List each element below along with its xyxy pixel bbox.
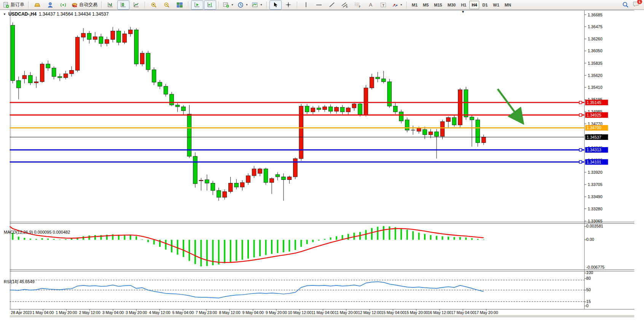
auto-scroll-button[interactable] xyxy=(191,0,203,10)
tile-windows-button[interactable] xyxy=(174,0,186,10)
line-chart-type-button[interactable] xyxy=(130,0,142,10)
vertical-line-tool-button[interactable] xyxy=(300,0,312,10)
svg-text:1.34101: 1.34101 xyxy=(587,160,601,164)
line-handle[interactable] xyxy=(579,101,582,104)
candle xyxy=(87,33,91,39)
chart-area[interactable]: 0.0035810.00-0.006775 1008050150 1.36685… xyxy=(0,10,644,327)
timeframe-mn-button[interactable]: MN xyxy=(502,1,513,9)
time-label: 7 May 23:00 xyxy=(196,311,217,315)
svg-text:1.36475: 1.36475 xyxy=(588,24,603,29)
time-label: 17 May 04:00 xyxy=(451,311,475,315)
candle xyxy=(52,68,56,76)
chart-shift-marker[interactable]: ▼ xyxy=(461,10,465,14)
candle xyxy=(328,107,333,111)
fibonacci-tool-button[interactable]: F xyxy=(352,0,364,10)
new-order-button[interactable]: 新订单 xyxy=(2,0,26,10)
line-handle[interactable] xyxy=(579,161,582,164)
candle xyxy=(146,53,150,70)
rsi-indicator-label: RSI(14) 45.6549 xyxy=(4,279,35,284)
candle xyxy=(81,33,86,37)
crosshair-icon xyxy=(285,2,291,8)
svg-text:1.35410: 1.35410 xyxy=(588,85,603,90)
new-order-label: 新订单 xyxy=(11,2,24,8)
candle xyxy=(93,37,97,39)
signals-button[interactable] xyxy=(57,0,69,10)
time-label: 12 May 12:00 xyxy=(358,311,381,315)
candle xyxy=(364,88,368,115)
chevron-down-icon: ▼ xyxy=(231,3,234,6)
candle xyxy=(22,75,27,79)
cursor-icon xyxy=(273,2,278,8)
arrows-tool-button[interactable]: ▼ xyxy=(391,0,404,10)
candle xyxy=(228,183,233,191)
timeframe-m30-button[interactable]: M30 xyxy=(445,1,458,9)
candle xyxy=(405,120,409,130)
candle xyxy=(276,175,280,177)
bar-chart-type-button[interactable] xyxy=(104,0,116,10)
indicators-button[interactable]: ▼ xyxy=(222,0,235,10)
time-label: 1 May 20:00 xyxy=(56,311,77,315)
line-chart-icon xyxy=(133,2,139,8)
auto-trading-button[interactable]: 自动交易 xyxy=(70,0,99,10)
zoom-out-button[interactable] xyxy=(161,0,173,10)
equidistant-channel-icon: E xyxy=(341,2,348,8)
timeframe-m15-button[interactable]: M15 xyxy=(432,1,444,9)
line-handle[interactable] xyxy=(579,149,582,151)
candle xyxy=(458,90,462,125)
candle xyxy=(234,183,239,187)
candle xyxy=(182,107,186,111)
chevron-down-icon: ▼ xyxy=(400,3,403,6)
crosshair-tool-button[interactable] xyxy=(282,0,295,10)
symbol-dropdown-icon[interactable]: ▼ xyxy=(3,13,6,16)
time-label: 9 May 20:00 xyxy=(266,311,287,315)
separator xyxy=(101,2,102,8)
horizontal-line-tool-button[interactable] xyxy=(313,0,325,10)
cursor-tool-button[interactable] xyxy=(269,0,282,10)
macd-indicator-label: MACD(12,26,9) 0.000095 0.000482 xyxy=(4,230,70,234)
templates-button[interactable]: ▼ xyxy=(250,0,264,10)
text-tool-icon: A xyxy=(369,2,372,8)
timeframe-m5-button[interactable]: M5 xyxy=(421,1,431,9)
price-chart-svg[interactable]: 0.0035810.00-0.006775 1008050150 1.36685… xyxy=(0,10,644,327)
text-tool-button[interactable]: A xyxy=(365,0,377,10)
zoom-in-button[interactable] xyxy=(148,0,160,10)
svg-text:1.33280: 1.33280 xyxy=(588,207,603,211)
trendline-tool-button[interactable] xyxy=(326,0,338,10)
chart-title[interactable]: ▼ USDCAD-,H4 1.34437 1.34564 1.34434 1.3… xyxy=(3,11,108,17)
candle xyxy=(28,75,32,83)
candle xyxy=(346,108,351,112)
notification-badge: 1 xyxy=(637,0,642,4)
candle xyxy=(435,132,439,136)
periods-button[interactable]: ▼ xyxy=(236,0,250,10)
timeframe-h4-button[interactable]: H4 xyxy=(469,1,479,9)
candlestick-chart-type-button[interactable] xyxy=(117,0,129,10)
candle xyxy=(440,122,445,136)
candle xyxy=(164,86,168,94)
channel-tool-button[interactable]: E xyxy=(339,0,351,10)
timeframe-h1-button[interactable]: H1 xyxy=(459,1,469,9)
candle xyxy=(376,77,380,79)
trendline-icon xyxy=(329,2,335,8)
tile-windows-icon xyxy=(177,2,183,8)
ohlc-values: 1.34437 1.34564 1.34434 1.34537 xyxy=(39,11,109,17)
chart-shift-button[interactable] xyxy=(204,0,216,10)
svg-text:0.003581: 0.003581 xyxy=(586,224,603,228)
metaeditor-button[interactable] xyxy=(44,0,56,10)
notifications-button[interactable]: 1 xyxy=(633,1,639,9)
search-icon[interactable] xyxy=(622,2,629,8)
time-label: 9 May 04:00 xyxy=(242,311,264,315)
timeframe-m1-button[interactable]: M1 xyxy=(410,1,420,9)
candle xyxy=(205,180,209,183)
time-label: 2 May 12:00 xyxy=(79,311,100,315)
timeframe-w1-button[interactable]: W1 xyxy=(491,1,502,9)
svg-text:1.33705: 1.33705 xyxy=(588,182,603,187)
candle xyxy=(299,106,303,159)
candle xyxy=(140,53,144,64)
text-label-tool-button[interactable]: T xyxy=(378,0,390,10)
line-handle[interactable] xyxy=(579,114,582,116)
market-watch-button[interactable] xyxy=(31,0,43,10)
zoom-in-icon xyxy=(151,2,157,8)
timeframe-d1-button[interactable]: D1 xyxy=(480,1,490,9)
candle xyxy=(470,117,474,120)
candle xyxy=(211,183,215,190)
